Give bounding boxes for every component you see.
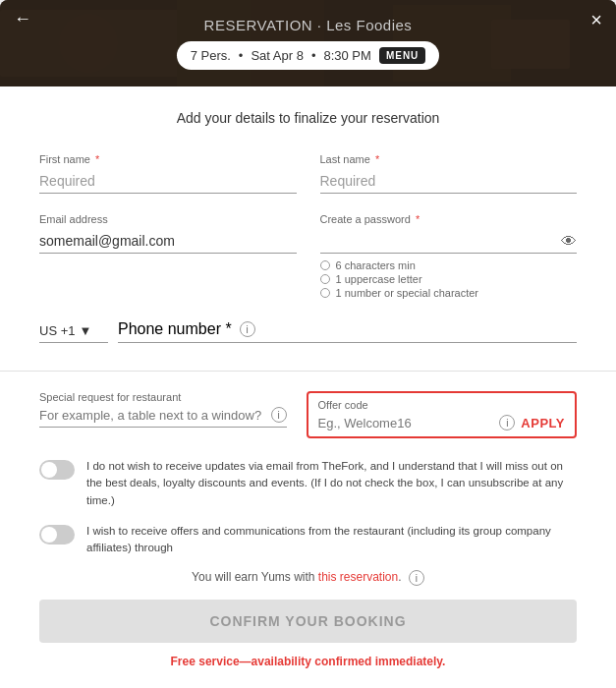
hint-3: 1 number or special character <box>320 287 578 299</box>
password-group: Create a password * 👁 6 characters min 1… <box>320 213 578 301</box>
country-code: US +1 <box>39 323 76 338</box>
email-password-row: Email address Create a password * 👁 6 ch… <box>39 213 577 301</box>
reservation-label: RESERVATION <box>204 17 313 33</box>
apply-button[interactable]: APPLY <box>521 416 565 430</box>
offer-code-group: Offer code i APPLY <box>307 391 578 438</box>
toggle-2-text: I wish to receive offers and communicati… <box>86 523 577 557</box>
eye-icon[interactable]: 👁 <box>561 233 577 251</box>
first-name-label: First name * <box>39 153 297 165</box>
confirm-button[interactable]: CONFIRM YOUR BOOKING <box>39 600 577 643</box>
header-overlay: RESERVATION · Les Foodies 7 Pers. • Sat … <box>0 0 616 86</box>
back-button[interactable]: ← <box>14 10 31 28</box>
email-input[interactable] <box>39 229 297 254</box>
offer-code-inner: i APPLY <box>318 415 566 430</box>
phone-label: Phone number * <box>118 320 232 338</box>
yums-info-icon[interactable]: i <box>409 570 424 586</box>
hint-2: 1 uppercase letter <box>320 273 578 285</box>
hint-dot-1 <box>320 260 330 270</box>
email-label: Email address <box>39 213 297 225</box>
password-hints: 6 characters min 1 uppercase letter 1 nu… <box>320 259 578 299</box>
password-wrapper: 👁 <box>320 229 578 254</box>
header-image: RESERVATION · Les Foodies 7 Pers. • Sat … <box>0 0 616 86</box>
reservation-modal: RESERVATION · Les Foodies 7 Pers. • Sat … <box>0 0 616 688</box>
last-name-label: Last name * <box>320 153 578 165</box>
special-request-input[interactable] <box>39 408 267 423</box>
hint-1: 6 characters min <box>320 259 578 271</box>
phone-label-row: Phone number * i <box>118 320 577 343</box>
special-request-info-icon[interactable]: i <box>271 407 287 423</box>
password-label: Create a password * <box>320 213 578 225</box>
header-title: RESERVATION · Les Foodies <box>204 17 413 33</box>
phone-info-icon[interactable]: i <box>240 321 255 337</box>
toggle-row-2: I wish to receive offers and communicati… <box>39 523 577 557</box>
last-name-group: Last name * <box>320 153 578 194</box>
reservation-pill[interactable]: 7 Pers. • Sat Apr 8 • 8:30 PM MENU <box>177 41 440 70</box>
free-service-text: Free service—availability confirmed imme… <box>39 655 577 676</box>
country-dropdown-arrow: ▼ <box>80 323 92 338</box>
toggle-2[interactable] <box>39 525 75 545</box>
phone-label-text: Phone number <box>118 320 221 337</box>
extras-row: Special request for restaurant i Offer c… <box>39 391 577 438</box>
reservation-time: 8:30 PM <box>323 48 370 63</box>
separator: · <box>317 17 322 33</box>
last-name-input[interactable] <box>320 169 578 194</box>
restaurant-name: Les Foodies <box>326 17 412 33</box>
menu-badge[interactable]: MENU <box>379 47 425 64</box>
hint-dot-3 <box>320 288 330 298</box>
first-name-group: First name * <box>39 153 297 194</box>
form-container: Add your details to finalize your reserv… <box>0 86 616 688</box>
offer-code-info-icon[interactable]: i <box>499 415 515 430</box>
hint-dot-2 <box>320 274 330 284</box>
toggle-1-text: I do not wish to receive updates via ema… <box>86 458 577 509</box>
yums-link[interactable]: this reservation <box>318 570 398 584</box>
guests-count: 7 Pers. <box>191 48 231 63</box>
special-request-label: Special request for restaurant <box>39 391 287 403</box>
toggle-row-1: I do not wish to receive updates via ema… <box>39 458 577 509</box>
special-request-group: Special request for restaurant i <box>39 391 287 428</box>
offer-code-label: Offer code <box>318 399 566 411</box>
first-name-input[interactable] <box>39 169 297 194</box>
toggle-1[interactable] <box>39 460 75 480</box>
reservation-date: Sat Apr 8 <box>251 48 303 63</box>
phone-row: US +1 ▼ Phone number * i <box>39 320 577 343</box>
special-request-wrap: i <box>39 407 287 428</box>
form-subtitle: Add your details to finalize your reserv… <box>39 110 577 126</box>
password-input[interactable] <box>320 229 578 254</box>
name-row: First name * Last name * <box>39 153 577 194</box>
phone-country-selector[interactable]: US +1 ▼ <box>39 323 108 343</box>
close-button[interactable]: × <box>590 10 602 29</box>
divider-1 <box>0 371 616 372</box>
email-group: Email address <box>39 213 297 301</box>
yums-row: You will earn Yums with this reservation… <box>39 570 577 586</box>
offer-code-input[interactable] <box>318 416 490 430</box>
